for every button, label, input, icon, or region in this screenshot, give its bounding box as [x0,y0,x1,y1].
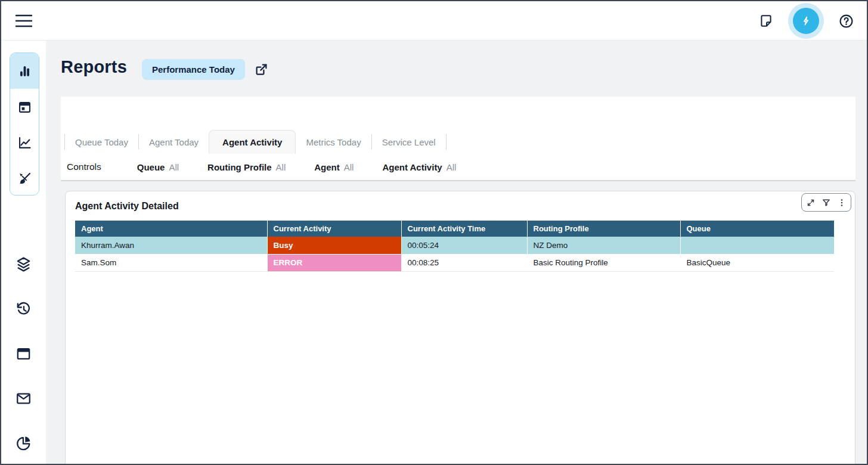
filter-value: All [344,162,354,172]
tab-service-level[interactable]: Service Level [372,137,446,147]
column-header-queue[interactable]: Queue [680,221,834,237]
sidebar-item-layers[interactable] [14,254,34,274]
filter-queue[interactable]: Queue All [137,162,179,172]
table-row[interactable]: Khurram.Awan Busy 00:05:24 NZ Demo [75,237,834,254]
report-tabs: Queue Today Agent Today Agent Activity M… [64,130,447,154]
hamburger-menu-icon[interactable] [16,13,32,29]
sidebar-item-window[interactable] [14,343,34,364]
filter-name: Agent Activity [382,162,442,172]
card-title: Agent Activity Detailed [75,201,179,212]
card-toolbar [801,193,851,212]
browser-window-icon [15,345,32,362]
column-header-agent[interactable]: Agent [75,221,267,237]
pie-chart-icon [15,435,32,452]
filter-agent-activity[interactable]: Agent Activity All [382,162,456,172]
column-header-routing-profile[interactable]: Routing Profile [527,221,680,237]
controls-bar: Controls Queue All Routing Profile All A… [67,154,485,180]
filter-name: Queue [137,162,165,172]
filter-agent[interactable]: Agent All [314,162,354,172]
history-icon [15,300,32,318]
page-title: Reports [61,57,127,77]
cell-current-activity-time: 00:08:25 [401,254,527,271]
agent-activity-table: Agent Current Activity Current Activity … [75,221,834,272]
assistant-button[interactable] [788,3,824,39]
filter-icon[interactable] [819,194,834,210]
bar-chart-icon [17,63,33,79]
column-header-current-activity-time[interactable]: Current Activity Time [401,221,527,237]
top-bar [1,1,867,41]
cell-queue [680,237,834,254]
lightning-bolt-icon [793,8,819,34]
controls-label: Controls [67,162,101,172]
design-brush-icon [17,170,33,187]
filter-value: All [447,162,457,172]
calendar-icon [17,99,33,115]
tab-agent-activity[interactable]: Agent Activity [209,130,296,154]
filter-routing-profile[interactable]: Routing Profile All [207,162,286,172]
filter-value: All [276,162,286,172]
cell-current-activity: ERROR [267,254,401,271]
cell-current-activity-time: 00:05:24 [401,237,527,254]
sidebar-item-email[interactable] [14,388,34,408]
kebab-menu-icon[interactable] [834,194,850,210]
tab-metrics-today[interactable]: Metrics Today [296,137,371,147]
line-chart-icon [17,135,33,151]
layers-icon [15,256,32,273]
email-icon [15,390,32,407]
sidebar-item-line-chart[interactable] [10,125,39,160]
table-header-row: Agent Current Activity Current Activity … [75,221,834,237]
column-header-current-activity[interactable]: Current Activity [267,221,401,237]
left-sidebar [1,41,46,464]
sidebar-item-pie-chart[interactable] [14,433,34,453]
cell-agent: Sam.Som [75,254,267,271]
filter-value: All [169,162,179,172]
cell-agent: Khurram.Awan [75,237,267,254]
sidebar-item-design[interactable] [10,160,39,196]
filter-name: Agent [314,162,340,172]
expand-icon[interactable] [803,194,819,210]
tab-queue-today[interactable]: Queue Today [65,137,138,147]
external-link-icon[interactable] [253,61,269,78]
cell-routing-profile: Basic Routing Profile [527,254,680,271]
cell-routing-profile: NZ Demo [527,237,680,254]
table-row[interactable]: Sam.Som ERROR 00:08:25 Basic Routing Pro… [75,254,834,271]
topbar-actions [756,1,856,41]
sidebar-item-history[interactable] [14,299,34,319]
sidebar-item-bar-chart[interactable] [10,53,39,89]
filter-name: Routing Profile [207,162,272,172]
help-icon[interactable] [836,11,856,31]
cell-queue: BasicQueue [680,254,834,271]
agent-activity-card: Agent Activity Detailed Agent Current Ac… [65,191,855,465]
report-badge: Performance Today [142,59,245,80]
tab-agent-today[interactable]: Agent Today [139,137,209,147]
reports-nav-group [10,52,39,196]
note-icon[interactable] [756,11,776,31]
app-window: Reports Performance Today Queue Today Ag… [0,0,868,465]
sidebar-item-calendar[interactable] [10,89,39,125]
tab-separator [446,134,447,150]
cell-current-activity: Busy [267,237,401,254]
